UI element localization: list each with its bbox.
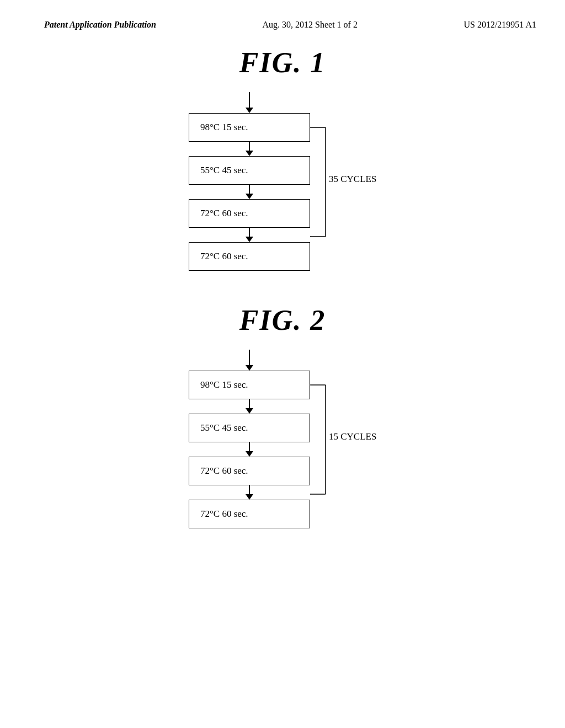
sheet-info: Aug. 30, 2012 Sheet 1 of 2 (262, 20, 357, 30)
page-header: Patent Application Publication Aug. 30, … (0, 0, 565, 30)
fig2-top-line (249, 350, 250, 365)
fig1-arrowhead-3 (246, 237, 253, 242)
fig2-flow-stack: 98°C 15 sec. 55°C 45 sec. 72°C 60 sec (189, 350, 310, 528)
top-arrowhead (246, 108, 253, 113)
fig1-arrowhead-1 (246, 151, 253, 156)
fig1-step-2: 55°C 45 sec. (189, 156, 310, 185)
fig1-arrow-2 (249, 185, 250, 194)
fig1-arrow-3 (249, 228, 250, 237)
fig1-step-1: 98°C 15 sec. (189, 113, 310, 142)
fig1-cycle-bracket-svg (310, 113, 376, 273)
fig2-top-arrow (246, 350, 253, 371)
fig2-step-3: 72°C 60 sec. (189, 457, 310, 485)
fig2-arrow-2 (249, 442, 250, 451)
figure-2-section: FIG. 2 98°C 15 sec. (189, 304, 376, 528)
fig2-step-2: 55°C 45 sec. (189, 414, 310, 442)
fig2-arrowhead-3 (246, 494, 253, 500)
figures-area: FIG. 1 98°C 15 sec. (0, 30, 565, 561)
fig1-diagram: 98°C 15 sec. 55°C 45 sec. 72°C 60 sec (189, 92, 376, 271)
patent-number: US 2012/219951 A1 (463, 20, 536, 30)
fig1-step-3: 72°C 60 sec. (189, 199, 310, 228)
top-line (249, 92, 250, 108)
fig2-arrow-1 (249, 399, 250, 408)
fig2-title: FIG. 2 (239, 304, 326, 336)
figure-1-section: FIG. 1 98°C 15 sec. (189, 46, 376, 271)
fig1-arrowhead-2 (246, 194, 253, 199)
fig2-cycles-label: 15 CYCLES (329, 431, 376, 442)
fig1-step-4: 72°C 60 sec. (189, 242, 310, 271)
fig1-arrow-1 (249, 142, 250, 151)
fig2-arrow-3 (249, 485, 250, 494)
fig2-arrowhead-1 (246, 408, 253, 414)
publication-label: Patent Application Publication (44, 20, 156, 30)
page: Patent Application Publication Aug. 30, … (0, 0, 565, 728)
fig1-title: FIG. 1 (239, 46, 326, 79)
fig2-diagram: 98°C 15 sec. 55°C 45 sec. 72°C 60 sec (189, 350, 376, 528)
fig2-step-1: 98°C 15 sec. (189, 371, 310, 399)
fig2-cycle-bracket-svg (310, 371, 376, 531)
fig1-flow-stack: 98°C 15 sec. 55°C 45 sec. 72°C 60 sec (189, 92, 310, 271)
fig1-top-arrow (246, 92, 253, 113)
fig2-top-arrowhead (246, 365, 253, 371)
fig2-arrowhead-2 (246, 451, 253, 457)
fig1-cycles-label: 35 CYCLES (329, 174, 376, 185)
fig2-step-4: 72°C 60 sec. (189, 500, 310, 528)
